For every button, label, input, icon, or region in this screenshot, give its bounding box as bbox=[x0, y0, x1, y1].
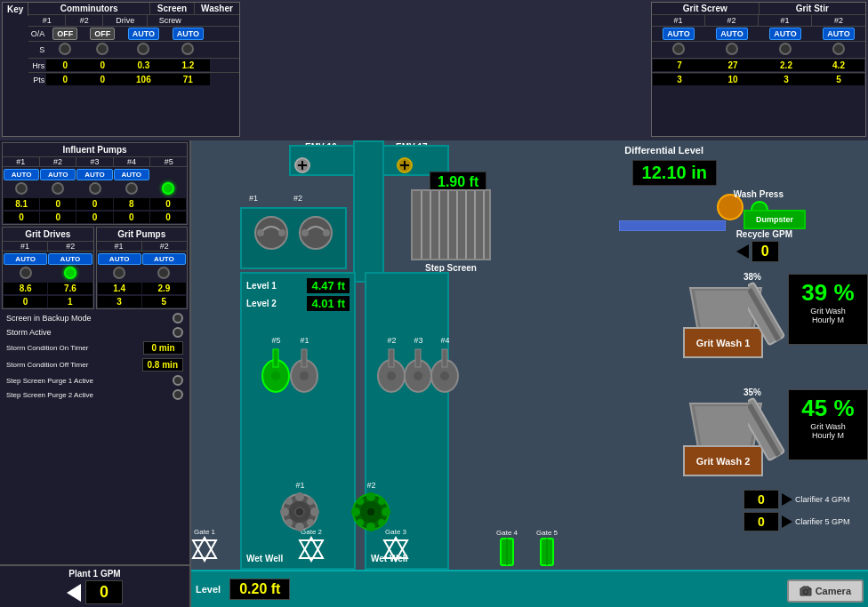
grit-wash2-label: Grit Wash 2 bbox=[696, 456, 751, 467]
ip2-val2: 0 bbox=[40, 212, 76, 223]
ip3-val2: 0 bbox=[76, 212, 112, 223]
clarifier5-arrow bbox=[782, 515, 792, 528]
pump5-label: #5 bbox=[261, 336, 292, 345]
ip2-val1: 0 bbox=[40, 198, 76, 210]
emv17-valve[interactable] bbox=[396, 156, 414, 174]
comm1-symbol bbox=[252, 213, 292, 253]
screw-header: Screw bbox=[148, 15, 192, 26]
svg-rect-18 bbox=[273, 349, 278, 367]
svg-point-55 bbox=[310, 507, 319, 516]
comm2-parts: 0 bbox=[84, 74, 121, 85]
gs1-val2: 3 bbox=[653, 74, 706, 85]
wash-press-label: Wash Press bbox=[734, 189, 784, 199]
svg-point-71 bbox=[366, 507, 375, 516]
ip1-auto-btn[interactable]: AUTO bbox=[4, 169, 39, 180]
gs2-ind bbox=[726, 43, 738, 55]
screen-auto-btn[interactable]: AUTO bbox=[128, 28, 159, 40]
ip3-auto-btn[interactable]: AUTO bbox=[76, 169, 112, 180]
gp1-auto-btn[interactable]: AUTO bbox=[98, 253, 141, 265]
svg-rect-30 bbox=[442, 349, 447, 367]
key-label: Key bbox=[3, 3, 28, 16]
screen-hours: 0.3 bbox=[121, 60, 165, 71]
gp2-auto-btn[interactable]: AUTO bbox=[142, 253, 186, 265]
comm2-symbol bbox=[296, 213, 336, 253]
comminutors-title: Comminutors bbox=[28, 3, 150, 14]
comm-pipe2-label: #2 bbox=[293, 194, 302, 203]
washer-parts: 71 bbox=[165, 74, 210, 85]
gst1-val2: 3 bbox=[760, 74, 813, 85]
influent-pumps-panel: Influent Pumps #1 #2 #3 #4 #5 AUTO AUTO … bbox=[2, 142, 188, 225]
grit1-percent-panel: 39 % Grit Wash Hourly M bbox=[788, 274, 868, 345]
main-container: Key Comminutors Screen Washer #1 #2 Driv… bbox=[0, 0, 868, 607]
gate1-symbol[interactable] bbox=[191, 536, 218, 563]
pump5-container: #5 bbox=[261, 336, 292, 395]
pump4-label: #4 bbox=[430, 336, 461, 345]
svg-point-3 bbox=[257, 229, 264, 236]
gst1-auto-btn[interactable]: AUTO bbox=[769, 28, 800, 40]
clarifier-gpm-section: 0 Clarifier 4 GPM 0 Clarifier 5 GPM bbox=[743, 490, 868, 531]
gp2-ind bbox=[157, 267, 170, 279]
washer-title: Washer bbox=[195, 3, 239, 14]
svg-point-69 bbox=[378, 498, 385, 505]
dumpster-box: Dumpster bbox=[743, 210, 806, 229]
svg-point-66 bbox=[382, 507, 390, 516]
gp-col1: #1 bbox=[97, 242, 142, 251]
ip5-val2: 0 bbox=[150, 212, 186, 223]
svg-point-63 bbox=[366, 492, 375, 501]
recycle-arrow bbox=[736, 244, 749, 259]
gp1-ind bbox=[113, 267, 125, 279]
gate4-symbol[interactable] bbox=[494, 537, 520, 568]
gs1-ind bbox=[672, 43, 685, 55]
level2-label: Level 2 bbox=[246, 299, 277, 308]
gd2-auto-btn[interactable]: AUTO bbox=[48, 253, 92, 265]
ip2-auto-btn[interactable]: AUTO bbox=[40, 169, 76, 180]
comm1-off-btn[interactable]: OFF bbox=[52, 28, 77, 40]
screen-backup-label: Screen in Backup Mode bbox=[6, 314, 168, 323]
gd1-ind bbox=[20, 267, 32, 279]
grit-screw-stir-panel: Grit Screw Grit Stir #1 #2 #1 #2 AUTO AU… bbox=[651, 2, 866, 137]
svg-point-65 bbox=[351, 507, 360, 516]
gd1-auto-btn[interactable]: AUTO bbox=[4, 253, 47, 265]
gate5-symbol[interactable] bbox=[534, 537, 560, 568]
wet-well-left-header: Level 1 4.47 ft Level 2 4.01 ft bbox=[246, 278, 350, 311]
svg-point-25 bbox=[387, 371, 396, 380]
rotor2-label: #2 bbox=[347, 481, 396, 490]
gs1-auto-btn[interactable]: AUTO bbox=[663, 28, 694, 40]
comm2-status-ind bbox=[96, 43, 108, 55]
purge1-ind bbox=[173, 375, 183, 386]
gst2-val2: 5 bbox=[813, 74, 864, 85]
gd2-ind bbox=[64, 267, 76, 279]
emv16-valve[interactable] bbox=[293, 156, 311, 174]
gst2-auto-btn[interactable]: AUTO bbox=[823, 28, 854, 40]
step-screen-box bbox=[411, 189, 491, 260]
gd2-val2: 1 bbox=[48, 296, 92, 307]
svg-point-59 bbox=[285, 519, 293, 526]
ip4-auto-btn[interactable]: AUTO bbox=[114, 169, 149, 180]
svg-point-67 bbox=[357, 498, 364, 505]
grit-wash1-label: Grit Wash 1 bbox=[696, 338, 751, 348]
gd-col1: #1 bbox=[3, 242, 48, 251]
comm2-off-btn[interactable]: OFF bbox=[90, 28, 115, 40]
bottom-bar: Level 0.20 ft bbox=[191, 570, 868, 607]
camera-button[interactable]: Camera bbox=[787, 579, 864, 603]
svg-point-60 bbox=[295, 507, 304, 516]
washer-auto-btn[interactable]: AUTO bbox=[173, 28, 204, 40]
svg-point-68 bbox=[378, 519, 385, 526]
svg-point-58 bbox=[307, 498, 314, 505]
pump1-label: #1 bbox=[289, 336, 320, 345]
gate3-symbol[interactable] bbox=[382, 536, 409, 563]
rotor1-label: #1 bbox=[276, 481, 325, 490]
plant-gpm-arrow-left bbox=[67, 584, 81, 602]
svg-rect-27 bbox=[415, 349, 421, 367]
svg-rect-21 bbox=[301, 349, 307, 367]
col-1-header: #1 bbox=[28, 15, 66, 26]
oa-label: O/A bbox=[28, 29, 46, 38]
clarifier4-value: 0 bbox=[743, 490, 779, 509]
gp2-val2: 5 bbox=[142, 296, 186, 307]
comm1-status-ind bbox=[59, 43, 71, 55]
purge2-label: Step Screen Purge 2 Active bbox=[6, 391, 168, 399]
gate2-symbol[interactable] bbox=[298, 536, 325, 563]
gs2-auto-btn[interactable]: AUTO bbox=[716, 28, 747, 40]
ip-col4: #4 bbox=[114, 157, 151, 166]
storm-cond-on-label: Storm Condition On Timer bbox=[6, 344, 139, 352]
